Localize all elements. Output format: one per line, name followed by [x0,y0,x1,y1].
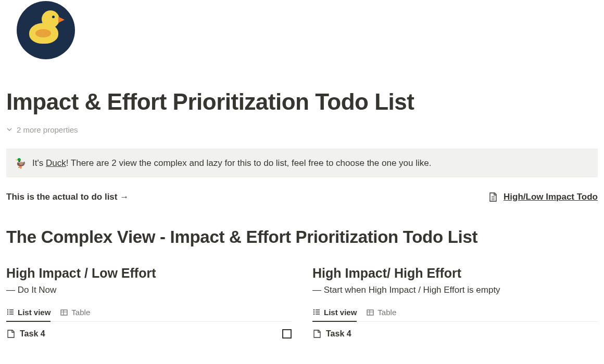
chevron-down-icon [6,126,12,133]
tab-list-view[interactable]: List view [6,308,51,322]
svg-point-1 [7,311,8,313]
page-icon[interactable] [6,0,598,59]
svg-point-5 [313,311,314,313]
quadrant-title: High Impact/ High Effort [312,266,598,281]
page-icon [488,192,498,202]
tab-table[interactable]: Table [60,308,90,321]
tab-list-view[interactable]: List view [312,308,357,322]
duck-emoji-icon: 🦆 [15,158,26,169]
callout-text: It's Duck! There are 2 view the complex … [32,158,431,168]
task-checkbox[interactable] [282,329,292,339]
callout-prefix: It's [32,158,46,168]
view-tabs: List view Table [6,308,292,322]
quadrant-high-impact-low-effort: High Impact / Low Effort — Do It Now Lis… [6,266,292,339]
task-name: Task 4 [20,329,45,339]
quadrant-subtitle: — Do It Now [6,285,292,295]
svg-rect-7 [367,310,373,315]
table-icon [366,308,374,317]
duck-link[interactable]: Duck [46,158,66,168]
callout-suffix: ! There are 2 view the complex and lazy … [66,158,432,168]
tab-label: List view [18,308,51,317]
tab-label: List view [324,308,357,317]
svg-point-4 [313,309,314,310]
list-item[interactable]: Task 4 [312,322,598,339]
svg-point-2 [7,314,8,315]
more-properties-toggle[interactable]: 2 more properties [6,125,598,134]
list-item[interactable]: Task 4 [6,322,292,339]
section-title: The Complex View - Impact & Effort Prior… [6,227,598,247]
list-icon [312,308,321,316]
svg-point-0 [7,309,8,310]
view-tabs: List view Table [312,308,598,322]
tab-table[interactable]: Table [366,308,396,321]
page-icon [312,329,322,339]
quadrant-high-impact-high-effort: High Impact/ High Effort — Start when Hi… [312,266,598,339]
tab-label: Table [378,308,396,317]
page-icon [6,329,16,339]
quadrant-subtitle: — Start when High Impact / High Effort i… [312,285,598,295]
quadrant-title: High Impact / Low Effort [6,266,292,281]
high-low-impact-link[interactable]: High/Low Impact Todo [488,192,598,202]
callout: 🦆 It's Duck! There are 2 view the comple… [6,149,598,177]
more-properties-label: 2 more properties [17,125,78,134]
task-name: Task 4 [326,329,351,339]
page-link-label: High/Low Impact Todo [504,192,598,202]
actual-todo-label: This is the actual to do list → [6,192,467,202]
svg-rect-3 [61,310,67,315]
svg-point-6 [313,314,314,315]
page-title: Impact & Effort Prioritization Todo List [6,88,598,116]
list-icon [6,308,15,316]
table-icon [60,308,68,317]
tab-label: Table [71,308,90,317]
